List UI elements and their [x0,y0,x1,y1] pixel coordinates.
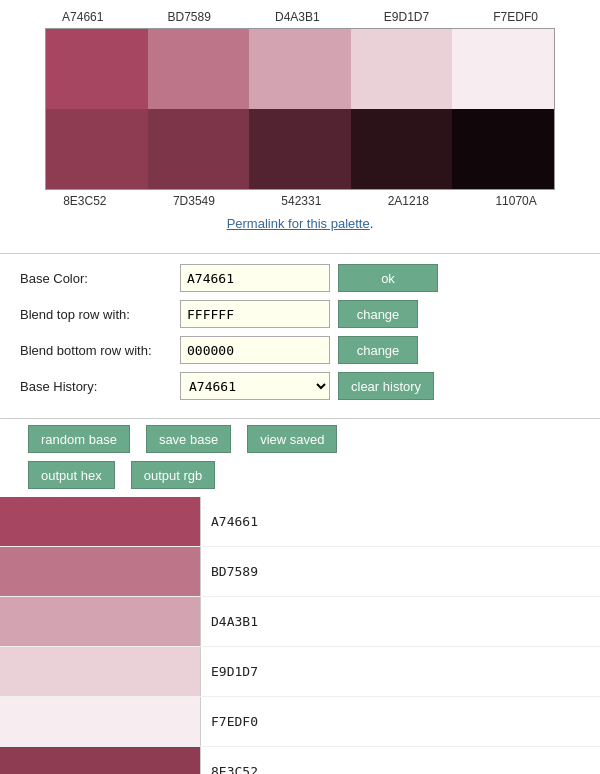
permalink-link[interactable]: Permalink for this palette [227,216,370,231]
list-item: 8E3C52 [0,747,600,774]
top-label-4: F7EDF0 [493,10,538,24]
bottom-labels: 8E3C52 7D3549 542331 2A1218 11070A [20,194,580,208]
actions-section: random base save base view saved output … [0,425,600,489]
bottom-color-row [46,109,554,189]
list-item: E9D1D7 [0,647,600,697]
top-label-1: BD7589 [168,10,211,24]
color-hex-label: BD7589 [200,547,600,596]
color-hex-label: A74661 [200,497,600,546]
color-hex-label: E9D1D7 [200,647,600,696]
blend-top-row: Blend top row with: change [20,300,580,328]
base-color-input[interactable] [180,264,330,292]
ok-button[interactable]: ok [338,264,438,292]
color-hex-label: D4A3B1 [200,597,600,646]
top-label-2: D4A3B1 [275,10,320,24]
view-saved-button[interactable]: view saved [247,425,337,453]
color-list-output: A74661BD7589D4A3B1E9D1D7F7EDF08E3C527D35… [0,497,600,774]
clear-history-button[interactable]: clear history [338,372,434,400]
list-item: A74661 [0,497,600,547]
color-list: A74661BD7589D4A3B1E9D1D7F7EDF08E3C527D35… [0,497,600,774]
action-row-1: random base save base view saved [20,425,580,453]
top-label-3: E9D1D7 [384,10,429,24]
list-item: BD7589 [0,547,600,597]
history-label: Base History: [20,379,180,394]
blend-top-label: Blend top row with: [20,307,180,322]
blend-top-change-button[interactable]: change [338,300,418,328]
save-base-button[interactable]: save base [146,425,231,453]
bottom-color-cell [249,109,351,189]
color-swatch [0,647,200,696]
list-item: D4A3B1 [0,597,600,647]
color-swatch [0,547,200,596]
bottom-label-0: 8E3C52 [63,194,106,208]
color-hex-label: 8E3C52 [200,747,600,774]
bottom-color-cell [148,109,250,189]
color-palette-grid [45,28,555,190]
output-hex-button[interactable]: output hex [28,461,115,489]
color-swatch [0,497,200,546]
color-swatch [0,597,200,646]
random-base-button[interactable]: random base [28,425,130,453]
blend-bottom-input[interactable] [180,336,330,364]
blend-bottom-change-button[interactable]: change [338,336,418,364]
bottom-label-1: 7D3549 [173,194,215,208]
bottom-label-2: 542331 [281,194,321,208]
bottom-label-4: 11070A [495,194,536,208]
output-rgb-button[interactable]: output rgb [131,461,216,489]
top-label-0: A74661 [62,10,103,24]
color-hex-label: F7EDF0 [200,697,600,746]
bottom-color-cell [351,109,453,189]
blend-top-input[interactable] [180,300,330,328]
color-swatch [0,697,200,746]
top-color-row [46,29,554,109]
base-color-row: Base Color: ok [20,264,580,292]
history-select[interactable]: A74661 [180,372,330,400]
bottom-label-3: 2A1218 [388,194,429,208]
bottom-color-cell [452,109,554,189]
base-color-label: Base Color: [20,271,180,286]
blend-bottom-row: Blend bottom row with: change [20,336,580,364]
list-item: F7EDF0 [0,697,600,747]
top-color-cell [452,29,554,109]
top-color-cell [46,29,148,109]
bottom-color-cell [46,109,148,189]
permalink-dot: . [370,216,374,231]
top-labels: A74661 BD7589 D4A3B1 E9D1D7 F7EDF0 [20,10,580,24]
permalink-section: Permalink for this palette. [20,216,580,231]
color-swatch [0,747,200,774]
blend-bottom-label: Blend bottom row with: [20,343,180,358]
top-color-cell [148,29,250,109]
action-row-2: output hex output rgb [20,461,580,489]
controls-section: Base Color: ok Blend top row with: chang… [0,260,600,412]
top-color-cell [351,29,453,109]
history-row: Base History: A74661 clear history [20,372,580,400]
top-color-cell [249,29,351,109]
